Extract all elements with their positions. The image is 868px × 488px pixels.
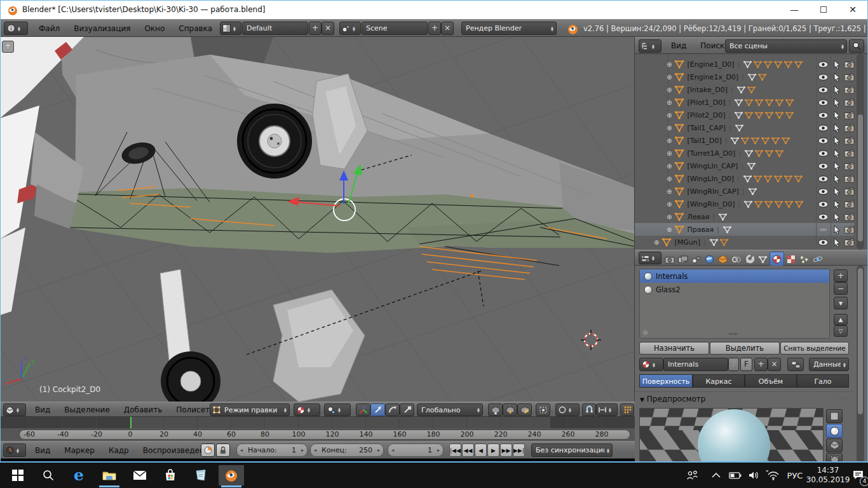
renderable-icon[interactable] <box>844 98 855 107</box>
outliner-row[interactable]: ⊕ [WingRIn_D0] | <box>635 198 854 210</box>
translate-manipulator-button[interactable] <box>370 403 385 416</box>
timeline-menu-0[interactable]: Вид <box>28 442 57 459</box>
taskbar-mail-icon[interactable] <box>127 465 153 485</box>
properties-tab-physics[interactable] <box>811 252 824 266</box>
editor-type-timeline-dropdown[interactable]: ▲▼ <box>3 444 26 457</box>
selectable-icon[interactable] <box>833 161 841 171</box>
language-indicator[interactable]: РУС <box>783 463 807 488</box>
material-specials-dropdown[interactable]: ▾ <box>834 297 848 309</box>
selectable-icon[interactable] <box>833 136 841 146</box>
outliner-row[interactable]: ⊕ [Pilot2_D0] | <box>635 109 854 121</box>
scene-name-field[interactable]: Scene <box>362 22 428 35</box>
renderable-icon[interactable] <box>844 213 855 221</box>
selectable-icon[interactable] <box>833 72 841 82</box>
face-select-button[interactable] <box>517 403 532 416</box>
snap-element-dropdown[interactable]: ▲▼ <box>596 403 618 416</box>
properties-tab-material[interactable] <box>770 252 784 266</box>
toolshelf-expand-button[interactable]: + <box>2 41 14 53</box>
expand-icon[interactable]: ⊕ <box>667 61 672 68</box>
tab-volume[interactable]: Объём <box>745 374 797 388</box>
eye-visible-icon[interactable] <box>818 163 829 170</box>
lock-time-button[interactable] <box>216 444 230 457</box>
outliner-scrollbar-thumb[interactable] <box>858 114 863 241</box>
eye-visible-icon[interactable] <box>818 214 829 220</box>
renderable-icon[interactable] <box>844 226 855 234</box>
mode-dropdown[interactable]: Режим правки ▲▼ <box>210 403 290 416</box>
renderable-icon[interactable] <box>844 86 855 94</box>
scene-icon-dropdown[interactable]: ▲▼ <box>339 22 361 35</box>
outliner-filter-dropdown[interactable]: Все сцены ▲▼ <box>725 39 847 53</box>
taskbar-explorer-icon[interactable] <box>97 465 122 485</box>
editor-type-outliner-dropdown[interactable]: ▲▼ <box>639 39 661 53</box>
viewport-shading-dropdown[interactable]: ▲▼ <box>294 403 320 416</box>
material-slot-row[interactable]: Internals <box>640 269 829 283</box>
expand-icon[interactable]: ⊕ <box>667 74 672 81</box>
taskbar-store-icon[interactable] <box>158 465 183 485</box>
renderable-icon[interactable] <box>844 149 855 158</box>
expand-icon[interactable]: ⊕ <box>667 163 672 170</box>
opengl-render-button[interactable] <box>620 403 634 416</box>
delete-layout-button[interactable]: × <box>322 22 334 35</box>
selectable-icon[interactable] <box>833 149 841 158</box>
preview-flat-button[interactable] <box>826 409 843 423</box>
add-layout-button[interactable]: + <box>309 22 322 35</box>
jump-end-button[interactable]: ▶▶| <box>513 444 525 457</box>
selectable-icon[interactable] <box>833 212 841 222</box>
add-material-slot-button[interactable]: + <box>834 269 848 282</box>
jump-start-button[interactable]: |◀◀ <box>449 444 461 457</box>
battery-icon[interactable] <box>726 463 745 488</box>
unlink-material-button[interactable]: × <box>768 358 781 371</box>
preview-range-button[interactable] <box>201 444 215 457</box>
taskbar-edge-icon[interactable]: e <box>66 465 92 485</box>
properties-tab-object[interactable] <box>716 252 729 266</box>
material-users-count[interactable]: 7 <box>728 358 739 371</box>
proportional-edit-dropdown[interactable]: ▲▼ <box>555 403 580 416</box>
tab-halo[interactable]: Гало <box>797 374 849 388</box>
properties-tab-data[interactable] <box>756 253 770 266</box>
properties-tab-particles[interactable] <box>797 252 811 266</box>
frame-start-field[interactable]: ◂ Начало: 1 ▸ <box>236 444 308 457</box>
transform-orientation-dropdown[interactable]: Глобально ▲▼ <box>417 403 483 416</box>
renderable-icon[interactable] <box>844 238 855 247</box>
eye-visible-icon[interactable] <box>818 175 829 182</box>
delete-scene-button[interactable]: × <box>441 22 454 35</box>
selectable-icon[interactable] <box>833 123 841 133</box>
renderable-icon[interactable] <box>844 200 855 208</box>
pivot-point-dropdown[interactable]: ▲▼ <box>324 403 351 416</box>
material-slot-list[interactable]: Internals Glass2 ⊕ ══ <box>639 269 830 339</box>
expand-icon[interactable]: ⊕ <box>667 214 672 220</box>
new-material-button[interactable]: + <box>754 358 768 371</box>
move-slot-up-button[interactable]: ▲ <box>834 314 848 325</box>
maximize-button[interactable]: ☐ <box>809 1 838 19</box>
rotate-manipulator-button[interactable] <box>385 403 400 416</box>
eye-visible-icon[interactable] <box>818 61 829 68</box>
editor-type-3dview-dropdown[interactable]: ▲▼ <box>3 403 26 416</box>
expand-icon[interactable]: ⊕ <box>667 99 672 106</box>
outliner-row[interactable]: ⊕ [MGun] | <box>635 236 854 248</box>
eye-visible-icon[interactable] <box>818 188 829 195</box>
eye-visible-icon[interactable] <box>818 150 829 157</box>
node-editor-button[interactable] <box>787 358 804 371</box>
eye-visible-icon[interactable] <box>818 125 829 132</box>
list-resize-grip[interactable]: ══ <box>729 330 738 337</box>
properties-tab-render-layers[interactable] <box>676 253 689 266</box>
renderable-icon[interactable] <box>844 162 855 170</box>
selectable-icon[interactable] <box>833 85 841 95</box>
screen-layout-name-field[interactable]: Default <box>242 22 308 35</box>
action-center-icon[interactable]: 4 <box>849 463 868 488</box>
play-reverse-button[interactable]: ◀ <box>475 444 487 457</box>
eye-visible-icon[interactable] <box>818 201 829 208</box>
selectable-icon[interactable] <box>833 238 841 247</box>
screen-layout-icon-dropdown[interactable]: ▲▼ <box>220 22 241 35</box>
view3d-menu-0[interactable]: Вид <box>28 402 57 418</box>
material-name-field[interactable]: Internals <box>663 358 728 371</box>
properties-scrollbar-thumb[interactable] <box>858 268 863 414</box>
tab-surface[interactable]: Поверхность <box>639 374 693 388</box>
outliner-row[interactable]: ⊕ [Engine1_D0] | <box>635 58 854 71</box>
tab-wire[interactable]: Каркас <box>693 374 745 388</box>
properties-tab-render[interactable] <box>663 253 676 266</box>
selectable-icon[interactable] <box>833 187 841 196</box>
outliner-row[interactable]: ⊕ [Turret1A_D0] | <box>635 147 854 159</box>
expand-icon[interactable]: ⊕ <box>667 125 672 132</box>
expand-icon[interactable]: ⊕ <box>667 86 672 93</box>
